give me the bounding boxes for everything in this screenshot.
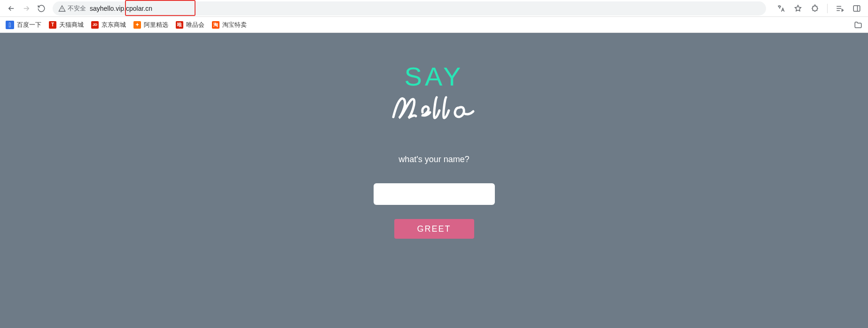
reload-button[interactable]	[34, 1, 49, 16]
bookmark-label: 阿里精选	[144, 21, 168, 29]
bookmarks-overflow[interactable]	[854, 21, 862, 29]
address-bar[interactable]: 不安全 sayhello.vip.cpolar.cn	[53, 1, 766, 16]
bookmark-label: 淘宝特卖	[222, 21, 247, 29]
reload-icon	[37, 4, 46, 13]
bookmarks-bar: 𓃠 百度一下 T 天猫商城 JD 京东商城 ✦ 阿里精选 唯 唯品会 淘 淘宝特…	[0, 17, 868, 33]
bookmark-vip[interactable]: 唯 唯品会	[176, 21, 204, 29]
translate-icon	[777, 4, 785, 13]
arrow-left-icon	[7, 4, 16, 13]
bookmark-tmall[interactable]: T 天猫商城	[49, 21, 84, 29]
puzzle-icon	[811, 4, 819, 13]
url-text: sayhello.vip.cpolar.cn	[90, 5, 152, 12]
sidepanel-button[interactable]	[849, 1, 864, 16]
tmall-icon: T	[49, 21, 56, 29]
bookmark-label: 唯品会	[186, 21, 204, 29]
heading-hello	[390, 89, 479, 126]
bookmark-label: 百度一下	[17, 21, 41, 29]
toolbar-right	[774, 1, 864, 16]
browser-toolbar: 不安全 sayhello.vip.cpolar.cn	[0, 0, 868, 17]
site-security-info[interactable]: 不安全	[58, 4, 86, 13]
sidepanel-icon	[852, 4, 861, 13]
warning-icon	[58, 5, 66, 12]
heading-say: SAY	[405, 61, 464, 92]
arrow-right-icon	[22, 4, 31, 13]
svg-rect-0	[853, 6, 860, 11]
back-button[interactable]	[4, 1, 19, 16]
forward-button	[19, 1, 34, 16]
bookmark-taobao[interactable]: 淘 淘宝特卖	[212, 21, 247, 29]
taobao-icon: 淘	[212, 21, 219, 29]
jd-icon: JD	[91, 21, 99, 29]
security-label: 不安全	[68, 4, 86, 13]
ali-icon: ✦	[133, 21, 141, 29]
playlist-button[interactable]	[832, 1, 847, 16]
bookmark-star-button[interactable]	[790, 1, 805, 16]
folder-icon	[854, 21, 862, 29]
vip-icon: 唯	[176, 21, 183, 29]
toolbar-divider	[827, 4, 828, 13]
name-input[interactable]	[374, 183, 495, 205]
bookmark-label: 京东商城	[102, 21, 126, 29]
bookmark-ali[interactable]: ✦ 阿里精选	[133, 21, 168, 29]
bookmark-baidu[interactable]: 𓃠 百度一下	[6, 21, 41, 29]
extensions-button[interactable]	[807, 1, 822, 16]
bookmark-jd[interactable]: JD 京东商城	[91, 21, 126, 29]
name-prompt: what's your name?	[399, 155, 469, 164]
translate-button[interactable]	[774, 1, 789, 16]
playlist-icon	[836, 4, 844, 13]
hello-script-icon	[390, 89, 479, 126]
star-icon	[794, 4, 802, 13]
page-body: SAY what's your name? GREET	[0, 33, 868, 328]
paw-icon: 𓃠	[6, 21, 14, 29]
bookmark-label: 天猫商城	[59, 21, 84, 29]
greet-button[interactable]: GREET	[394, 219, 474, 239]
